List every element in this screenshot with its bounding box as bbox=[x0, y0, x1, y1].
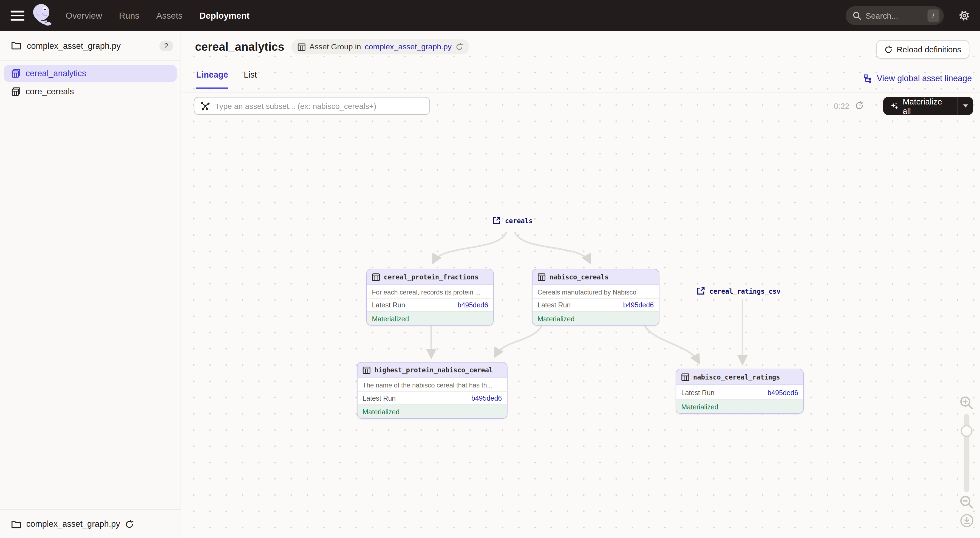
source-asset-label: cereals bbox=[505, 216, 533, 224]
top-nav: Overview Runs Assets Deployment / bbox=[0, 0, 980, 31]
module-name: complex_asset_graph.py bbox=[27, 41, 159, 50]
reload-definitions-button[interactable]: Reload definitions bbox=[876, 40, 969, 59]
nav-overview[interactable]: Overview bbox=[65, 11, 102, 21]
download-view-button[interactable] bbox=[960, 514, 974, 530]
sidebar-item-core-cereals[interactable]: core_cereals bbox=[4, 83, 177, 100]
sidebar-item-label: cereal_analytics bbox=[25, 69, 86, 78]
materialized-status-badge: Materialized bbox=[358, 404, 507, 418]
sparkles-icon bbox=[890, 102, 898, 110]
latest-run-label: Latest Run bbox=[363, 394, 396, 402]
settings-gear-icon[interactable] bbox=[959, 10, 970, 24]
context-module-link[interactable]: complex_asset_graph.py bbox=[365, 43, 452, 51]
table-icon bbox=[298, 43, 306, 51]
asset-group-context-pill: Asset Group in complex_asset_graph.py bbox=[291, 40, 469, 54]
materialize-all-button[interactable]: Materialize all bbox=[883, 97, 957, 115]
refresh-icon[interactable] bbox=[855, 101, 864, 112]
tabs-divider bbox=[181, 92, 980, 92]
table-icon bbox=[538, 273, 546, 281]
run-id-link[interactable]: b495ded6 bbox=[471, 394, 502, 402]
tab-list[interactable]: List bbox=[244, 70, 257, 89]
asset-node-cereal-protein-fractions[interactable]: cereal_protein_fractions For each cereal… bbox=[366, 269, 494, 325]
refresh-icon[interactable] bbox=[455, 43, 463, 51]
sidebar-footer: complex_asset_graph.py bbox=[0, 509, 181, 538]
hamburger-menu-icon[interactable] bbox=[11, 11, 24, 21]
source-asset-cereal-ratings-csv[interactable]: cereal_ratings_csv bbox=[697, 287, 780, 295]
search-icon bbox=[853, 11, 861, 20]
table-icon bbox=[372, 273, 380, 281]
reload-icon[interactable] bbox=[125, 520, 134, 528]
run-id-link[interactable]: b495ded6 bbox=[767, 388, 798, 396]
page-title: cereal_analytics bbox=[195, 40, 284, 54]
view-tabs: Lineage List bbox=[196, 70, 257, 89]
search-shortcut-key: / bbox=[928, 10, 939, 22]
view-global-asset-lineage-link[interactable]: View global asset lineage bbox=[864, 74, 972, 83]
asset-node-nabisco-cereals[interactable]: nabisco_cereals Cereals manufactured by … bbox=[532, 269, 659, 325]
primary-nav: Overview Runs Assets Deployment bbox=[65, 11, 250, 21]
nav-runs[interactable]: Runs bbox=[119, 11, 140, 21]
source-asset-label: cereal_ratings_csv bbox=[710, 287, 780, 294]
global-search[interactable]: / bbox=[846, 6, 944, 25]
asset-group-icon bbox=[11, 69, 21, 78]
asset-name: highest_protein_nabisco_cereal bbox=[374, 366, 493, 374]
asset-subset-input[interactable] bbox=[215, 102, 415, 110]
left-sidebar: complex_asset_graph.py 2 cereal_analytic… bbox=[0, 31, 181, 538]
asset-description: Cereals manufactured by Nabisco bbox=[533, 285, 659, 298]
sidebar-item-label: core_cereals bbox=[25, 87, 74, 96]
run-id-link[interactable]: b495ded6 bbox=[623, 301, 654, 309]
asset-group-count-badge: 2 bbox=[159, 40, 173, 51]
materialized-status-badge: Materialized bbox=[676, 399, 803, 413]
main-area: cereal_analytics Asset Group in complex_… bbox=[181, 31, 980, 538]
materialized-status-badge: Materialized bbox=[367, 311, 493, 325]
external-link-icon bbox=[492, 216, 501, 224]
run-id-link[interactable]: b495ded6 bbox=[458, 301, 488, 309]
refresh-countdown: 0:22 bbox=[834, 101, 850, 110]
context-prefix: Asset Group in bbox=[309, 43, 361, 51]
materialize-all-label: Materialize all bbox=[903, 97, 950, 115]
global-lineage-label: View global asset lineage bbox=[877, 74, 972, 83]
asset-name: nabisco_cereal_ratings bbox=[693, 373, 780, 380]
app-window: Overview Runs Assets Deployment / bbox=[0, 0, 980, 538]
chevron-down-icon bbox=[963, 105, 968, 108]
asset-node-nabisco-cereal-ratings[interactable]: nabisco_cereal_ratings Latest Run b495de… bbox=[676, 369, 804, 414]
footer-module-name: complex_asset_graph.py bbox=[26, 519, 120, 528]
materialize-all-split-button: Materialize all bbox=[883, 97, 973, 115]
latest-run-label: Latest Run bbox=[372, 301, 405, 309]
asset-node-highest-protein-nabisco-cereal[interactable]: highest_protein_nabisco_cereal The name … bbox=[357, 362, 507, 419]
lineage-tree-icon bbox=[864, 74, 872, 83]
folder-icon bbox=[11, 520, 21, 528]
search-input[interactable] bbox=[865, 11, 915, 20]
materialized-status-badge: Materialized bbox=[533, 311, 659, 325]
zoom-in-button[interactable] bbox=[959, 396, 974, 413]
external-link-icon bbox=[697, 287, 705, 295]
reload-definitions-label: Reload definitions bbox=[897, 45, 961, 54]
latest-run-label: Latest Run bbox=[681, 388, 714, 396]
table-icon bbox=[363, 366, 371, 374]
latest-run-label: Latest Run bbox=[538, 301, 571, 309]
tab-lineage[interactable]: Lineage bbox=[196, 70, 228, 89]
reload-icon bbox=[884, 45, 892, 54]
source-asset-cereals[interactable]: cereals bbox=[492, 216, 533, 224]
table-icon bbox=[681, 373, 689, 381]
dagster-logo-icon[interactable] bbox=[29, 2, 54, 29]
nav-assets[interactable]: Assets bbox=[156, 11, 183, 21]
zoom-out-button[interactable] bbox=[959, 495, 974, 512]
asset-group-icon bbox=[11, 87, 21, 96]
sidebar-module-row[interactable]: complex_asset_graph.py 2 bbox=[0, 31, 181, 60]
sidebar-item-cereal-analytics[interactable]: cereal_analytics bbox=[4, 65, 177, 82]
folder-icon bbox=[11, 41, 21, 50]
nav-deployment[interactable]: Deployment bbox=[199, 11, 250, 21]
zoom-slider-handle[interactable] bbox=[961, 425, 972, 437]
asset-description: The name of the nabisco cereal that has … bbox=[358, 378, 507, 391]
materialize-options-dropdown[interactable] bbox=[958, 105, 973, 108]
asset-name: cereal_protein_fractions bbox=[384, 273, 479, 280]
asset-name: nabisco_cereals bbox=[549, 273, 609, 280]
asset-description: For each cereal, records its protein ... bbox=[367, 285, 493, 298]
asset-graph-filter-icon bbox=[201, 101, 210, 110]
asset-subset-filter[interactable] bbox=[194, 97, 430, 115]
